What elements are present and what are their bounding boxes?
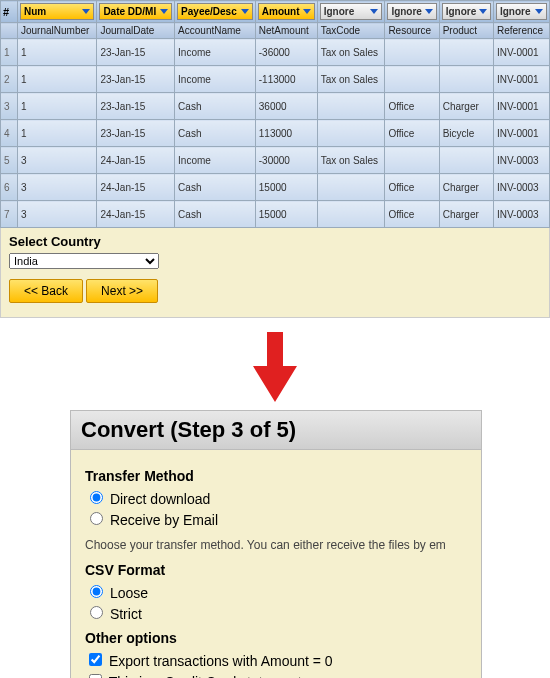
cell <box>317 174 385 201</box>
cell: INV-0001 <box>493 66 549 93</box>
cell <box>317 120 385 147</box>
cell: Office <box>385 120 439 147</box>
radio-direct-download[interactable]: Direct download <box>85 488 467 507</box>
country-section: Select Country India << Back Next >> <box>0 228 550 318</box>
source-header-row: JournalNumber JournalDate AccountName Ne… <box>1 23 550 39</box>
cell: Tax on Sales <box>317 39 385 66</box>
cell: Charger <box>439 174 493 201</box>
radio-loose-input[interactable] <box>90 585 103 598</box>
col-map-4[interactable]: Ignore <box>320 3 383 20</box>
cell: INV-0003 <box>493 174 549 201</box>
src-col-3: NetAmount <box>255 23 317 39</box>
cell: 23-Jan-15 <box>97 93 175 120</box>
cell: INV-0003 <box>493 201 549 228</box>
csv-format-label: CSV Format <box>85 562 467 578</box>
cell: -36000 <box>255 39 317 66</box>
chevron-down-icon <box>241 9 249 14</box>
table-row: 6324-Jan-15Cash15000OfficeChargerINV-000… <box>1 174 550 201</box>
src-col-4: TaxCode <box>317 23 385 39</box>
cell: INV-0001 <box>493 39 549 66</box>
radio-strict[interactable]: Strict <box>85 603 467 622</box>
other-options-label: Other options <box>85 630 467 646</box>
cell: 23-Jan-15 <box>97 66 175 93</box>
radio-strict-input[interactable] <box>90 606 103 619</box>
cell: Cash <box>175 120 256 147</box>
cell: 23-Jan-15 <box>97 120 175 147</box>
cell: Charger <box>439 201 493 228</box>
cell: Cash <box>175 93 256 120</box>
cell: 3 <box>18 174 97 201</box>
table-row: 4123-Jan-15Cash113000OfficeBicycleINV-00… <box>1 120 550 147</box>
col-map-2[interactable]: Payee/Desc <box>177 3 253 20</box>
radio-direct-input[interactable] <box>90 491 103 504</box>
back-button[interactable]: << Back <box>9 279 83 303</box>
row-number: 3 <box>1 93 18 120</box>
cell: 1 <box>18 120 97 147</box>
src-col-0: JournalNumber <box>18 23 97 39</box>
row-number: 1 <box>1 39 18 66</box>
mapping-table: # Num Date DD/MI Payee/Desc Amount Ignor… <box>0 0 550 228</box>
col-map-7[interactable]: Ignore <box>496 3 547 20</box>
cell: 36000 <box>255 93 317 120</box>
chevron-down-icon <box>370 9 378 14</box>
col-map-6[interactable]: Ignore <box>442 3 491 20</box>
cell: 113000 <box>255 120 317 147</box>
row-number: 4 <box>1 120 18 147</box>
cell: 24-Jan-15 <box>97 174 175 201</box>
radio-loose[interactable]: Loose <box>85 582 467 601</box>
country-label: Select Country <box>9 234 541 249</box>
transfer-hint: Choose your transfer method. You can eit… <box>85 538 467 552</box>
cell: Bicycle <box>439 120 493 147</box>
radio-receive-email[interactable]: Receive by Email <box>85 509 467 528</box>
row-number: 7 <box>1 201 18 228</box>
src-col-6: Product <box>439 23 493 39</box>
col-map-1[interactable]: Date DD/MI <box>99 3 172 20</box>
cell <box>385 147 439 174</box>
chevron-down-icon <box>479 9 487 14</box>
radio-email-input[interactable] <box>90 512 103 525</box>
col-map-3[interactable]: Amount <box>258 3 315 20</box>
cell: 24-Jan-15 <box>97 201 175 228</box>
cell: INV-0001 <box>493 120 549 147</box>
cell: 15000 <box>255 174 317 201</box>
cell: 15000 <box>255 201 317 228</box>
cell: INV-0001 <box>493 93 549 120</box>
cell <box>385 39 439 66</box>
cell: Charger <box>439 93 493 120</box>
src-col-5: Resource <box>385 23 439 39</box>
cell <box>385 66 439 93</box>
col-map-0[interactable]: Num <box>20 3 94 20</box>
cell: Tax on Sales <box>317 147 385 174</box>
cell: 24-Jan-15 <box>97 147 175 174</box>
panel-title: Convert (Step 3 of 5) <box>71 411 481 450</box>
country-select[interactable]: India <box>9 253 159 269</box>
cell: Cash <box>175 174 256 201</box>
row-number: 6 <box>1 174 18 201</box>
cell <box>439 66 493 93</box>
rownum-header: # <box>1 1 18 23</box>
cell: Tax on Sales <box>317 66 385 93</box>
convert-step3-panel: Convert (Step 3 of 5) Transfer Method Di… <box>70 410 482 678</box>
check-zero-input[interactable] <box>89 653 102 666</box>
mapping-header-row: # Num Date DD/MI Payee/Desc Amount Ignor… <box>1 1 550 23</box>
cell: 3 <box>18 147 97 174</box>
cell: Cash <box>175 201 256 228</box>
cell <box>439 39 493 66</box>
table-row: 7324-Jan-15Cash15000OfficeChargerINV-000… <box>1 201 550 228</box>
table-row: 1123-Jan-15Income-36000Tax on SalesINV-0… <box>1 39 550 66</box>
check-export-zero[interactable]: Export transactions with Amount = 0 <box>85 650 467 669</box>
row-number: 5 <box>1 147 18 174</box>
cell: INV-0003 <box>493 147 549 174</box>
cell: 23-Jan-15 <box>97 39 175 66</box>
next-button[interactable]: Next >> <box>86 279 158 303</box>
chevron-down-icon <box>303 9 311 14</box>
col-map-5[interactable]: Ignore <box>387 3 436 20</box>
cell: -113000 <box>255 66 317 93</box>
table-row: 5324-Jan-15Income-30000Tax on SalesINV-0… <box>1 147 550 174</box>
check-credit-card[interactable]: This is a Credit Card statement <box>85 671 467 678</box>
cell: 1 <box>18 39 97 66</box>
chevron-down-icon <box>425 9 433 14</box>
table-row: 3123-Jan-15Cash36000OfficeChargerINV-000… <box>1 93 550 120</box>
check-cc-input[interactable] <box>89 674 102 678</box>
cell <box>317 93 385 120</box>
